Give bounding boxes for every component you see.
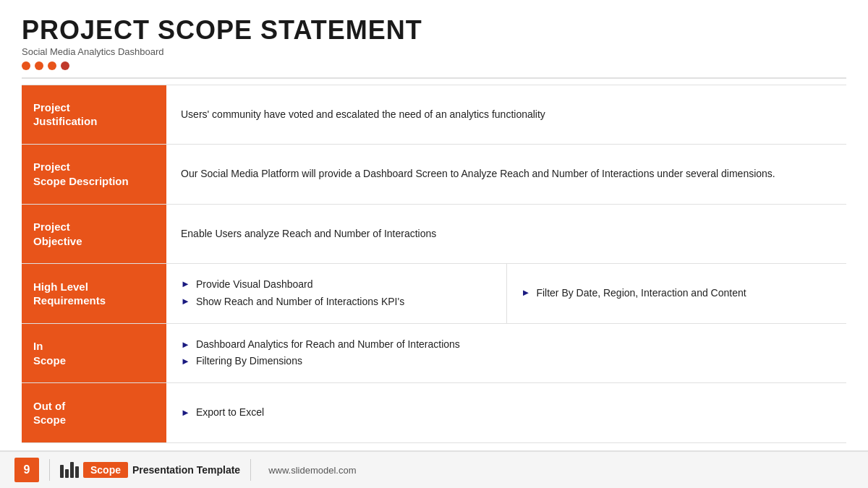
arrow-icon: ►	[181, 277, 190, 292]
content-out-of-scope: ► Export to Excel	[166, 383, 846, 442]
list-item: ► Export to Excel	[181, 405, 264, 420]
label-justification: ProjectJustification	[22, 85, 166, 145]
dot-1	[22, 61, 30, 70]
logo-icon	[60, 462, 79, 478]
table-row: ProjectScope Description Our Social Medi…	[22, 145, 846, 205]
out-of-scope-list: ► Export to Excel	[181, 405, 264, 421]
content-justification: Users' community have voted and escalate…	[166, 85, 846, 145]
footer-template-text: Presentation Template	[132, 464, 240, 476]
footer-logo: Scope Presentation Template	[60, 462, 240, 478]
table-row: Out ofScope ► Export to Excel	[22, 383, 846, 443]
header-divider	[22, 77, 846, 79]
arrow-icon: ►	[181, 338, 190, 352]
content-objective: Enable Users analyze Reach and Number of…	[166, 205, 846, 264]
label-out-of-scope: Out ofScope	[22, 383, 166, 442]
header-title: PROJECT SCOPE STATEMENT	[22, 16, 846, 45]
list-item: ► Provide Visual Dashboard	[181, 276, 404, 292]
label-objective: ProjectObjective	[22, 205, 166, 264]
footer-divider	[49, 459, 50, 481]
list-item-text: Export to Excel	[196, 405, 264, 420]
list-item-text: Show Reach and Number of Interactions KP…	[196, 294, 404, 309]
label-scope-description: ProjectScope Description	[22, 145, 166, 204]
footer-divider-2	[250, 459, 251, 481]
arrow-icon: ►	[522, 286, 531, 301]
table-row: ProjectObjective Enable Users analyze Re…	[22, 205, 846, 265]
in-scope-list: ► Dashboard Analytics for Reach and Numb…	[181, 337, 460, 370]
header-subtitle: Social Media Analytics Dashboard	[22, 46, 846, 57]
table-row: High LevelRequirements ► Provide Visual …	[22, 264, 846, 324]
footer-badge: Scope	[83, 462, 128, 478]
content-requirements-split: ► Provide Visual Dashboard ► Show Reach …	[166, 264, 846, 323]
dot-3	[48, 61, 56, 70]
footer: 9 Scope Presentation Template www.slidem…	[0, 450, 868, 488]
arrow-icon: ►	[181, 294, 190, 309]
page-number: 9	[14, 458, 39, 482]
bar3-icon	[70, 462, 74, 478]
label-in-scope: InScope	[22, 324, 166, 383]
requirements-list-2: ► Filter By Date, Region, Interaction an…	[522, 285, 746, 302]
arrow-icon: ►	[181, 354, 190, 369]
dots-row	[22, 61, 846, 70]
requirements-col1: ► Provide Visual Dashboard ► Show Reach …	[166, 264, 507, 323]
list-item-text: Dashboard Analytics for Reach and Number…	[196, 337, 460, 352]
requirements-col2: ► Filter By Date, Region, Interaction an…	[507, 264, 847, 323]
main-content: PROJECT SCOPE STATEMENT Social Media Ana…	[0, 0, 868, 450]
table-container: ProjectJustification Users' community ha…	[22, 85, 846, 443]
list-item: ► Filtering By Dimensions	[181, 354, 460, 369]
label-requirements: High LevelRequirements	[22, 264, 166, 323]
table-row: ProjectJustification Users' community ha…	[22, 85, 846, 145]
list-item: ► Dashboard Analytics for Reach and Numb…	[181, 337, 460, 352]
table-row: InScope ► Dashboard Analytics for Reach …	[22, 324, 846, 384]
list-item: ► Show Reach and Number of Interactions …	[181, 294, 404, 309]
footer-url: www.slidemodel.com	[268, 465, 356, 476]
bar2-icon	[65, 469, 69, 478]
requirements-list-1: ► Provide Visual Dashboard ► Show Reach …	[181, 276, 404, 312]
bar1-icon	[60, 465, 64, 478]
dot-2	[35, 61, 43, 70]
list-item-text: Provide Visual Dashboard	[196, 276, 313, 292]
list-item-text: Filtering By Dimensions	[196, 354, 302, 369]
bar4-icon	[75, 466, 79, 478]
content-scope-description: Our Social Media Platform will provide a…	[166, 145, 846, 204]
list-item: ► Filter By Date, Region, Interaction an…	[522, 285, 746, 301]
list-item-text: Filter By Date, Region, Interaction and …	[536, 285, 746, 301]
dot-4	[61, 61, 69, 70]
arrow-icon: ►	[181, 406, 190, 420]
content-in-scope: ► Dashboard Analytics for Reach and Numb…	[166, 324, 846, 383]
